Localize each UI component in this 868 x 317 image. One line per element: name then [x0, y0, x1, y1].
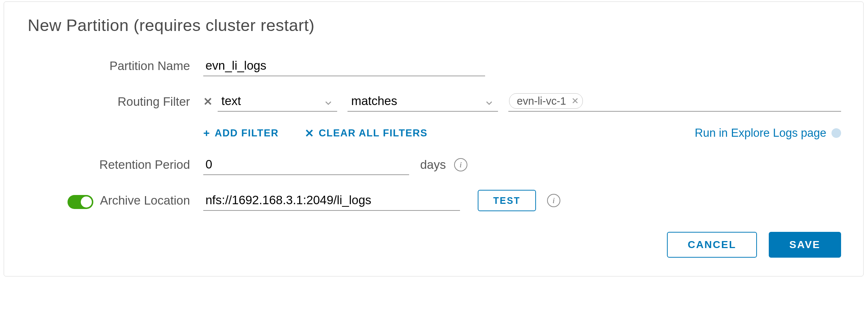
- filter-operator-select[interactable]: matches: [347, 91, 498, 112]
- filter-field-select[interactable]: text: [218, 91, 337, 112]
- archive-location-label-cell: Archive Location: [26, 194, 203, 208]
- arrow-circle-icon: [831, 128, 841, 138]
- plus-icon: +: [203, 127, 210, 139]
- cancel-button[interactable]: CANCEL: [667, 232, 757, 258]
- run-explore-logs-link[interactable]: Run in Explore Logs page: [695, 126, 841, 140]
- test-button[interactable]: TEST: [478, 190, 536, 211]
- filter-field-value: text: [221, 94, 241, 108]
- clear-filters-label: CLEAR ALL FILTERS: [319, 128, 428, 139]
- new-partition-panel: New Partition (requires cluster restart)…: [4, 1, 864, 276]
- routing-filter-label: Routing Filter: [26, 94, 203, 109]
- retention-unit: days: [420, 158, 446, 172]
- save-button[interactable]: SAVE: [769, 232, 841, 258]
- add-filter-label: ADD FILTER: [215, 128, 279, 139]
- retention-period-label: Retention Period: [26, 158, 203, 172]
- partition-name-input[interactable]: [203, 56, 485, 76]
- archive-toggle[interactable]: [68, 195, 93, 209]
- filter-tag[interactable]: evn-li-vc-1 ✕: [509, 93, 583, 109]
- panel-title: New Partition (requires cluster restart): [28, 16, 841, 35]
- add-filter-button[interactable]: + ADD FILTER: [203, 127, 279, 139]
- archive-location-input[interactable]: [203, 190, 460, 211]
- clear-filters-button[interactable]: ✕ CLEAR ALL FILTERS: [305, 127, 428, 140]
- run-explore-logs-label: Run in Explore Logs page: [695, 126, 826, 140]
- form: Partition Name Routing Filter ✕ text mat…: [26, 56, 841, 211]
- info-icon[interactable]: i: [547, 194, 560, 207]
- chevron-down-icon: [324, 96, 333, 110]
- toggle-knob: [81, 196, 92, 208]
- remove-tag-icon[interactable]: ✕: [571, 96, 579, 106]
- remove-filter-icon[interactable]: ✕: [203, 95, 212, 108]
- close-icon: ✕: [305, 127, 315, 140]
- dialog-footer: CANCEL SAVE: [26, 232, 841, 258]
- retention-period-input[interactable]: [203, 154, 409, 175]
- filter-operator-value: matches: [351, 94, 397, 108]
- partition-name-label: Partition Name: [26, 59, 203, 73]
- filter-value-input[interactable]: evn-li-vc-1 ✕: [508, 91, 841, 112]
- archive-location-label: Archive Location: [100, 194, 190, 207]
- chevron-down-icon: [485, 96, 494, 110]
- filter-tag-text: evn-li-vc-1: [517, 95, 566, 107]
- info-icon[interactable]: i: [454, 158, 467, 171]
